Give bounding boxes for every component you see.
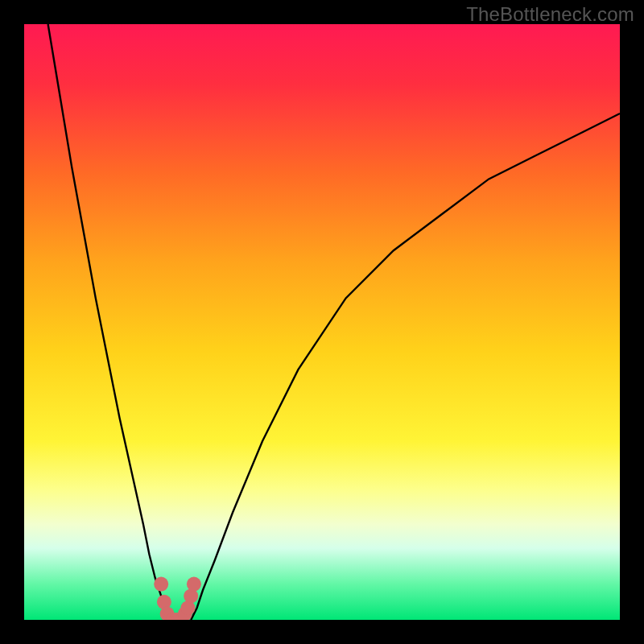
chart-plot-area <box>24 24 620 620</box>
chart-background-gradient <box>24 24 620 620</box>
valley-dot <box>187 577 201 592</box>
valley-dot <box>154 577 168 592</box>
chart-svg <box>24 24 620 620</box>
watermark-text: TheBottleneck.com <box>466 3 634 26</box>
chart-frame: TheBottleneck.com <box>0 0 644 644</box>
